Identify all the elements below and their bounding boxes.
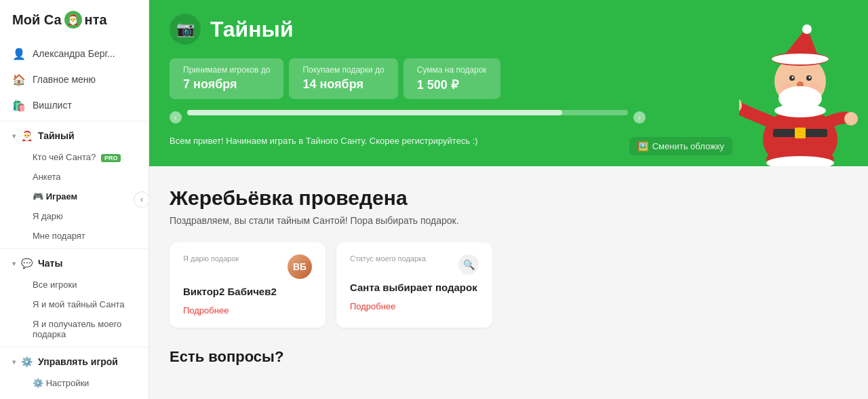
sidebar: Мой Са 🎅 нта 👤 Александра Берг... 🏠 Глав… bbox=[0, 0, 149, 399]
card-status-name: Санта выбирает подарок bbox=[350, 282, 479, 293]
card-give-link[interactable]: Подробнее bbox=[183, 305, 312, 316]
card-give-header: Я дарю подарок ВБ bbox=[183, 254, 312, 279]
svg-point-10 bbox=[802, 24, 812, 34]
banner-card-2-value: 14 ноября bbox=[302, 77, 384, 92]
logo[interactable]: Мой Са 🎅 нта bbox=[0, 0, 149, 38]
card-status-label: Статус моего подарка bbox=[350, 254, 426, 263]
chat-icon: 💬 bbox=[21, 258, 33, 269]
scroll-left-arrow[interactable]: ‹ bbox=[170, 111, 182, 124]
banner-card-2-label: Покупаем подарки до bbox=[302, 65, 384, 75]
info-cards-row: Я дарю подарок ВБ Виктор2 Бабичев2 Подро… bbox=[170, 242, 848, 328]
card-give-name: Виктор2 Бабичев2 bbox=[183, 286, 312, 297]
sidebar-section-manage[interactable]: ▾ ⚙️ Управлять игрой bbox=[0, 350, 149, 373]
card-give-label: Я дарю подарок bbox=[183, 254, 239, 263]
svg-rect-2 bbox=[795, 128, 806, 138]
me-and-santa-label: Я и мой тайный Санта bbox=[33, 299, 125, 309]
secret-santa-icon: 🎅 bbox=[21, 130, 33, 141]
banner-card-1-value: 7 ноября bbox=[183, 77, 270, 92]
main-content: 📷 Тайный Принимаем игроков до 7 ноября П… bbox=[149, 0, 868, 399]
i-give-label: Я дарю bbox=[33, 211, 63, 221]
banner: 📷 Тайный Принимаем игроков до 7 ноября П… bbox=[149, 0, 868, 166]
banner-card-1-label: Принимаем игроков до bbox=[183, 65, 270, 75]
sidebar-item-i-give[interactable]: Я дарю bbox=[0, 206, 149, 226]
playing-icon: 🎮 bbox=[33, 191, 43, 202]
card-status-header: Статус моего подарка 🔍 bbox=[350, 254, 479, 275]
card-status-link[interactable]: Подробнее bbox=[350, 301, 479, 311]
logo-text-1: Мой Са bbox=[12, 12, 62, 28]
banner-card-gifts: Покупаем подарки до 14 ноября bbox=[289, 58, 397, 99]
me-receiver-label: Я и получатель моего подарка bbox=[33, 319, 121, 339]
sidebar-item-me-and-santa[interactable]: Я и мой тайный Санта bbox=[0, 294, 149, 314]
banner-scrollbar[interactable] bbox=[187, 110, 628, 115]
home-icon: 🏠 bbox=[12, 73, 26, 86]
banner-description: Всем привет! Начинаем играть в Тайного С… bbox=[170, 134, 509, 148]
sidebar-secret-label: Тайный bbox=[38, 130, 75, 141]
settings-label: Настройки bbox=[46, 378, 90, 388]
sidebar-item-settings[interactable]: ⚙️ Настройки bbox=[0, 373, 149, 393]
divider-3 bbox=[0, 347, 149, 347]
search-icon: 🔍 bbox=[458, 254, 479, 275]
banner-card-3-value: 1 500 ₽ bbox=[417, 77, 487, 92]
svg-point-9 bbox=[772, 54, 829, 64]
card-give: Я дарю подарок ВБ Виктор2 Бабичев2 Подро… bbox=[170, 242, 326, 328]
sidebar-item-playing[interactable]: 🎮 Играем bbox=[0, 187, 149, 206]
pro-badge-1: PRO bbox=[101, 154, 121, 162]
questions-title: Есть вопросы? bbox=[170, 348, 848, 366]
svg-point-13 bbox=[792, 77, 794, 79]
sidebar-item-buy[interactable]: Купить PRO bbox=[0, 393, 149, 399]
divider-1 bbox=[0, 121, 149, 121]
santa-svg bbox=[739, 24, 861, 166]
me-give-label: Мне подарят bbox=[33, 231, 85, 241]
sidebar-wishlist-label: Вишлист bbox=[33, 100, 72, 111]
card-give-avatar: ВБ bbox=[288, 254, 312, 279]
banner-title: Тайный bbox=[210, 17, 294, 42]
sidebar-main-menu-label: Главное меню bbox=[33, 74, 96, 85]
logo-icon: 🎅 bbox=[64, 11, 82, 28]
santa-illustration bbox=[732, 17, 868, 166]
svg-point-18 bbox=[778, 86, 822, 111]
whose-santa-label: Кто чей Санта? bbox=[33, 152, 96, 162]
sidebar-item-user[interactable]: 👤 Александра Берг... bbox=[0, 41, 149, 66]
svg-point-20 bbox=[844, 112, 858, 126]
all-players-label: Все игроки bbox=[33, 280, 77, 290]
change-cover-icon: 🖼️ bbox=[637, 141, 648, 151]
anketa-label: Анкета bbox=[33, 172, 61, 182]
user-icon: 👤 bbox=[12, 47, 26, 60]
content-subtitle: Поздравляем, вы стали тайным Сантой! Пор… bbox=[170, 215, 848, 226]
logo-text-2: нта bbox=[85, 12, 107, 28]
chevron-right-icon: ▾ bbox=[12, 358, 16, 366]
card-status: Статус моего подарка 🔍 Санта выбирает по… bbox=[336, 242, 492, 328]
settings-icon: ⚙️ bbox=[33, 378, 43, 388]
change-cover-button[interactable]: 🖼️ Сменить обложку bbox=[629, 137, 732, 155]
chats-label: Чаты bbox=[38, 258, 62, 269]
banner-scrollbar-track bbox=[187, 110, 562, 115]
sidebar-user-label: Александра Берг... bbox=[33, 48, 115, 59]
sidebar-item-anketa[interactable]: Анкета bbox=[0, 167, 149, 187]
sidebar-item-me-receiver[interactable]: Я и получатель моего подарка bbox=[0, 314, 149, 344]
sidebar-item-me-give[interactable]: Мне подарят bbox=[0, 226, 149, 246]
change-cover-label: Сменить обложку bbox=[652, 141, 724, 151]
gift-icon: 🛍️ bbox=[12, 98, 26, 112]
camera-emoji: 📷 bbox=[176, 20, 195, 38]
scroll-right-arrow[interactable]: › bbox=[633, 111, 646, 124]
sidebar-item-whose-santa[interactable]: Кто чей Санта? PRO bbox=[0, 147, 149, 167]
divider-2 bbox=[0, 248, 149, 249]
sidebar-item-wishlist[interactable]: 🛍️ Вишлист bbox=[0, 92, 149, 118]
camera-icon[interactable]: 📷 bbox=[170, 14, 201, 45]
manage-icon: ⚙️ bbox=[21, 356, 33, 367]
chevron-down-icon-2: ▾ bbox=[12, 260, 16, 267]
sidebar-collapse-button[interactable]: ‹ bbox=[134, 191, 150, 208]
sidebar-section-chats[interactable]: ▾ 💬 Чаты bbox=[0, 252, 149, 275]
sidebar-section-secret[interactable]: ▾ 🎅 Тайный bbox=[0, 124, 149, 147]
manage-label: Управлять игрой bbox=[38, 356, 118, 367]
playing-label: Играем bbox=[46, 191, 78, 202]
banner-card-sum: Сумма на подарок 1 500 ₽ bbox=[403, 58, 500, 99]
svg-point-14 bbox=[809, 77, 811, 79]
banner-card-3-label: Сумма на подарок bbox=[417, 65, 487, 75]
chevron-down-icon: ▾ bbox=[12, 132, 16, 140]
content-area: Жеребьёвка проведена Поздравляем, вы ста… bbox=[149, 166, 868, 399]
sidebar-nav: 👤 Александра Берг... 🏠 Главное меню 🛍️ В… bbox=[0, 38, 149, 399]
sidebar-item-all-players[interactable]: Все игроки bbox=[0, 275, 149, 294]
sidebar-item-main-menu[interactable]: 🏠 Главное меню bbox=[0, 66, 149, 92]
content-title: Жеребьёвка проведена bbox=[170, 187, 848, 210]
